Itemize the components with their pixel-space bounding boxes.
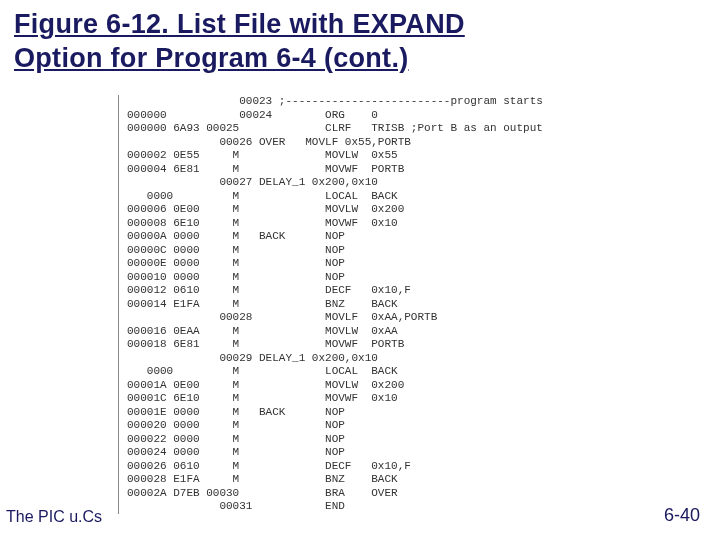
listing-container: 00023 ;-------------------------program … [118, 95, 543, 514]
slide: Figure 6-12. List File with EXPAND Optio… [0, 0, 720, 540]
footer-left: The PIC u.Cs [6, 508, 102, 526]
figure-title: Figure 6-12. List File with EXPAND Optio… [14, 8, 706, 76]
page-number: 6-40 [664, 505, 700, 526]
assembly-listing: 00023 ;-------------------------program … [127, 95, 543, 514]
title-line-1: Figure 6-12. List File with EXPAND [14, 9, 465, 39]
title-line-2: Option for Program 6-4 (cont.) [14, 43, 409, 73]
